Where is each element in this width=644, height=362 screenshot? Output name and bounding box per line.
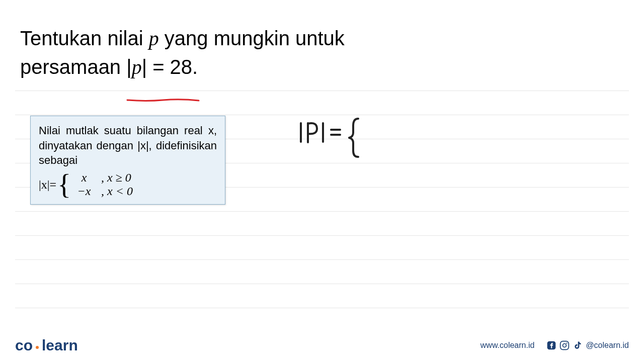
svg-point-2 bbox=[563, 344, 567, 347]
ruled-line bbox=[15, 90, 629, 91]
definition-box: Nilai mutlak suatu bilangan real x, diny… bbox=[30, 116, 225, 205]
formula-lhs: |x|= bbox=[39, 178, 56, 192]
case2-condition: , x < 0 bbox=[101, 185, 133, 198]
footer: co learn www.colearn.id @colearn.id bbox=[15, 337, 629, 354]
question-var-p: p bbox=[149, 27, 159, 50]
logo-dot-icon bbox=[36, 346, 39, 349]
question-text: Tentukan nilai p yang mungkin untuk pers… bbox=[20, 24, 624, 81]
equation-underlined: |p| = 28. bbox=[126, 53, 198, 81]
svg-rect-1 bbox=[560, 341, 569, 350]
question-area: Tentukan nilai p yang mungkin untuk pers… bbox=[0, 0, 644, 81]
social-icons: @colearn.id bbox=[546, 340, 629, 350]
question-line1-suffix: yang mungkin untuk bbox=[159, 27, 345, 49]
equation-var-p: p bbox=[132, 56, 142, 78]
social-handle: @colearn.id bbox=[586, 341, 629, 350]
red-underline-annotation bbox=[126, 81, 200, 85]
ruled-line bbox=[15, 308, 629, 308]
case1-value: x bbox=[72, 171, 96, 185]
colearn-logo: co learn bbox=[15, 337, 78, 354]
handwritten-equation-icon bbox=[297, 116, 377, 161]
question-line1-prefix: Tentukan nilai bbox=[20, 27, 149, 49]
logo-part2: learn bbox=[42, 337, 78, 354]
formula-cases: x , x ≥ 0 −x , x < 0 bbox=[72, 171, 133, 198]
ruled-line bbox=[15, 211, 629, 212]
logo-part1: co bbox=[15, 337, 33, 354]
case-1: x , x ≥ 0 bbox=[72, 171, 133, 185]
footer-right: www.colearn.id @colearn.id bbox=[480, 340, 629, 350]
question-line2-prefix: persamaan bbox=[20, 56, 126, 78]
instagram-icon bbox=[559, 340, 570, 350]
tiktok-icon bbox=[573, 340, 583, 350]
handwritten-work bbox=[297, 116, 377, 163]
definition-text: Nilai mutlak suatu bilangan real x, diny… bbox=[39, 123, 217, 168]
absolute-value-formula: |x|= { x , x ≥ 0 −x , x < 0 bbox=[39, 171, 217, 198]
case-2: −x , x < 0 bbox=[72, 185, 133, 198]
ruled-line bbox=[15, 115, 629, 115]
ruled-line bbox=[15, 235, 629, 236]
ruled-line bbox=[15, 259, 629, 260]
case1-condition: , x ≥ 0 bbox=[101, 171, 131, 185]
case2-value: −x bbox=[72, 185, 96, 198]
ruled-line bbox=[15, 284, 629, 284]
facebook-icon bbox=[546, 340, 556, 350]
footer-url: www.colearn.id bbox=[480, 341, 535, 350]
brace-open-icon: { bbox=[57, 172, 71, 197]
equation-text: |p| = 28. bbox=[126, 56, 198, 78]
svg-point-3 bbox=[567, 343, 568, 344]
